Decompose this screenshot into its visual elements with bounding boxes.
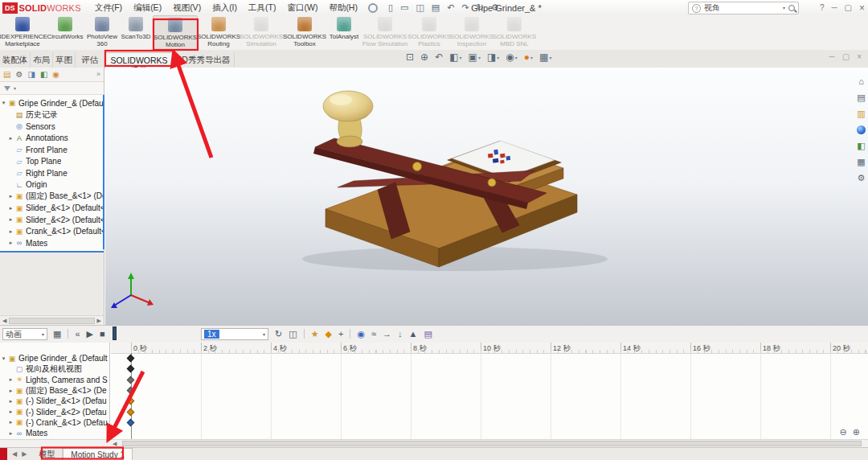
configurationmanager-tab-icon[interactable]: ◨ bbox=[27, 71, 35, 79]
scroll-right-icon[interactable]: ▶ bbox=[97, 318, 101, 323]
hide-show-items-icon[interactable]: ◉ bbox=[506, 52, 514, 62]
tab-layout[interactable]: 布局 bbox=[31, 52, 53, 68]
add-key-icon[interactable]: + bbox=[338, 330, 343, 339]
home-icon[interactable]: ⌂ bbox=[858, 77, 864, 86]
tab-motion-study-1[interactable]: Motion Study 1 bbox=[63, 448, 133, 460]
previous-view-icon[interactable]: ↶ bbox=[435, 52, 443, 62]
timeline-zoom-in-icon[interactable]: ⊕ bbox=[853, 428, 860, 437]
playback-speed-select[interactable]: 1x ▾ bbox=[201, 328, 268, 340]
tab-scroll-right-icon[interactable]: ▶ bbox=[22, 451, 27, 458]
zoom-fit-icon[interactable]: ⊡ bbox=[406, 52, 414, 62]
doc-minimize-icon[interactable]: ─ bbox=[829, 53, 835, 61]
view-palette-icon[interactable]: ▦ bbox=[857, 158, 865, 166]
menu-view[interactable]: 视图(V) bbox=[167, 2, 207, 14]
expander-icon[interactable]: ▸ bbox=[7, 409, 14, 415]
ribbon-button-solidworks-toolbox[interactable]: SOLIDWORKSToolbox bbox=[283, 15, 326, 50]
tab-solidworks-addins[interactable]: SOLIDWORKS 插件 bbox=[104, 52, 174, 68]
task-pane-icon[interactable]: ▤ bbox=[857, 93, 865, 102]
play-from-start-icon[interactable]: « bbox=[75, 330, 80, 339]
feature-tree-item-right-plane[interactable]: ▱Right Plane bbox=[0, 167, 104, 179]
gravity-icon[interactable]: ↓ bbox=[398, 330, 403, 339]
new-document-icon[interactable]: ▯ bbox=[386, 3, 395, 12]
chevron-down-icon[interactable]: ▾ bbox=[783, 6, 785, 10]
scroll-left-icon[interactable]: ◀ bbox=[2, 318, 6, 323]
tab-evaluate[interactable]: 评估 bbox=[76, 52, 104, 68]
panel-splitter[interactable] bbox=[103, 95, 104, 249]
expander-icon[interactable]: ▾ bbox=[0, 100, 7, 106]
filter-icon[interactable] bbox=[4, 86, 10, 91]
close-icon[interactable]: × bbox=[859, 3, 865, 13]
feature-tree-item-crank[interactable]: ▸▣Crank_&<1> (Default< bbox=[0, 226, 104, 238]
loop-icon[interactable]: ↻ bbox=[275, 330, 282, 339]
expander-icon[interactable]: ▸ bbox=[7, 193, 14, 199]
feature-tree-item-history[interactable]: ▤历史记录 bbox=[0, 109, 104, 121]
menu-edit[interactable]: 编辑(E) bbox=[128, 2, 167, 14]
minimize-icon[interactable]: ─ bbox=[831, 4, 837, 12]
open-icon[interactable]: ▭ bbox=[398, 3, 411, 12]
undo-icon[interactable]: ↶ bbox=[444, 3, 457, 12]
timebar-grip[interactable] bbox=[113, 327, 117, 340]
expander-icon[interactable]: ▸ bbox=[7, 398, 14, 405]
panel-overflow-icon[interactable]: » bbox=[96, 71, 100, 78]
zoom-area-icon[interactable]: ⊕ bbox=[420, 52, 428, 62]
tab-3dxiuxiu-exporter[interactable]: 3D秀秀导出器 bbox=[174, 52, 235, 68]
timeline-zoom-out-icon[interactable]: ⊖ bbox=[840, 428, 847, 437]
expander-icon[interactable]: ▸ bbox=[7, 135, 14, 142]
feature-tree-item-sensors[interactable]: ◎Sensors bbox=[0, 121, 104, 133]
view-orientation-icon[interactable]: ▣ bbox=[469, 52, 477, 62]
motion-tree-item-lights-cameras[interactable]: ▸☀Lights, Cameras and S bbox=[0, 375, 109, 385]
graphics-viewport[interactable]: ⌂ ▤ ▥ ◧ ▦ ⚙ bbox=[105, 68, 868, 325]
restore-icon[interactable]: ▢ bbox=[845, 4, 852, 12]
ribbon-button-tolanalyst[interactable]: TolAnalyst bbox=[326, 15, 362, 50]
timeline-ruler[interactable]: 0 秒 2 秒 4 秒 6 秒 8 秒 10 秒 12 秒 14 秒 16 秒 … bbox=[111, 343, 868, 354]
animation-wizard-icon[interactable]: ★ bbox=[311, 330, 319, 339]
motion-tree-item-root[interactable]: ▾▣Gripe Grinder_& (Default bbox=[0, 353, 109, 363]
feature-tree-item-annotations[interactable]: ▸AAnnotations bbox=[0, 133, 104, 145]
tab-scroll-left-icon[interactable]: ◀ bbox=[12, 451, 17, 458]
section-view-icon[interactable]: ◧ bbox=[449, 52, 458, 62]
expander-icon[interactable]: ▸ bbox=[7, 240, 14, 246]
stop-icon[interactable]: ■ bbox=[100, 330, 105, 339]
help-icon[interactable]: ? bbox=[820, 4, 825, 12]
motor-icon[interactable]: ◉ bbox=[357, 330, 365, 339]
search-input[interactable]: 视角 bbox=[704, 2, 780, 14]
motion-tree-item-orientation-camera-views[interactable]: ▢视向及相机视图 bbox=[0, 363, 109, 374]
doc-restore-icon[interactable]: ▢ bbox=[842, 53, 850, 61]
display-style-icon[interactable]: ◨ bbox=[487, 52, 496, 62]
motion-tree-item-slider-2[interactable]: ▸▣(-) Slider_&<2> (Defau bbox=[0, 406, 109, 417]
apply-scene-icon[interactable]: ▦ bbox=[539, 52, 548, 62]
play-icon[interactable]: ▶ bbox=[87, 330, 93, 339]
ribbon-button-photoview-360[interactable]: PhotoView360 bbox=[85, 15, 119, 50]
search-icon[interactable] bbox=[788, 5, 795, 11]
key-point[interactable] bbox=[127, 397, 135, 405]
spring-icon[interactable]: ≈ bbox=[371, 330, 376, 339]
ribbon-button-circuitworks[interactable]: CircuitWorks bbox=[45, 15, 85, 50]
timeline-horizontal-scrollbar[interactable]: ◀ bbox=[0, 439, 868, 447]
expander-icon[interactable]: ▸ bbox=[7, 228, 14, 235]
menu-insert[interactable]: 插入(I) bbox=[207, 2, 243, 14]
chevron-down-icon[interactable]: ▾ bbox=[14, 86, 16, 91]
motion-timeline[interactable]: 0 秒 2 秒 4 秒 6 秒 8 秒 10 秒 12 秒 14 秒 16 秒 … bbox=[111, 343, 868, 439]
study-type-select[interactable]: 动画 ▾ bbox=[2, 328, 47, 340]
scrollbar-thumb[interactable] bbox=[9, 318, 94, 324]
calculate-icon[interactable]: ▦ bbox=[53, 330, 61, 339]
edit-appearance-icon[interactable]: ● bbox=[524, 52, 530, 62]
feature-tree-item-top-plane[interactable]: ▱Top Plane bbox=[0, 156, 104, 168]
expander-icon[interactable]: ▸ bbox=[7, 388, 14, 394]
results-icon[interactable]: ▤ bbox=[424, 330, 432, 339]
scroll-left-icon[interactable]: ◀ bbox=[113, 441, 117, 446]
feature-tree-item-mates[interactable]: ▸∞Mates bbox=[0, 237, 104, 249]
motion-tree-item-mates[interactable]: ▸∞Mates bbox=[0, 428, 109, 438]
feature-tree-item-slider-1[interactable]: ▸▣Slider_&<1> (Default< bbox=[0, 203, 104, 215]
dimxpertmanager-tab-icon[interactable]: ◧ bbox=[40, 71, 47, 79]
key-point[interactable] bbox=[127, 419, 135, 427]
doc-close-icon[interactable]: × bbox=[857, 53, 862, 61]
menu-file[interactable]: 文件(F) bbox=[89, 2, 128, 14]
key-point[interactable] bbox=[127, 387, 135, 395]
feature-tree-item-base[interactable]: ▸▣(固定) Base_&<1> (Defau bbox=[0, 191, 104, 203]
contact-icon[interactable]: ▲ bbox=[409, 330, 418, 339]
search-box[interactable]: ? 视角 ▾ bbox=[688, 2, 799, 14]
feature-tree-item-origin[interactable]: ∟Origin bbox=[0, 179, 104, 191]
design-library-icon[interactable]: ▥ bbox=[857, 109, 865, 118]
feature-tree-item-root[interactable]: ▾▣Gripe Grinder_& (Default<D bbox=[0, 97, 104, 109]
